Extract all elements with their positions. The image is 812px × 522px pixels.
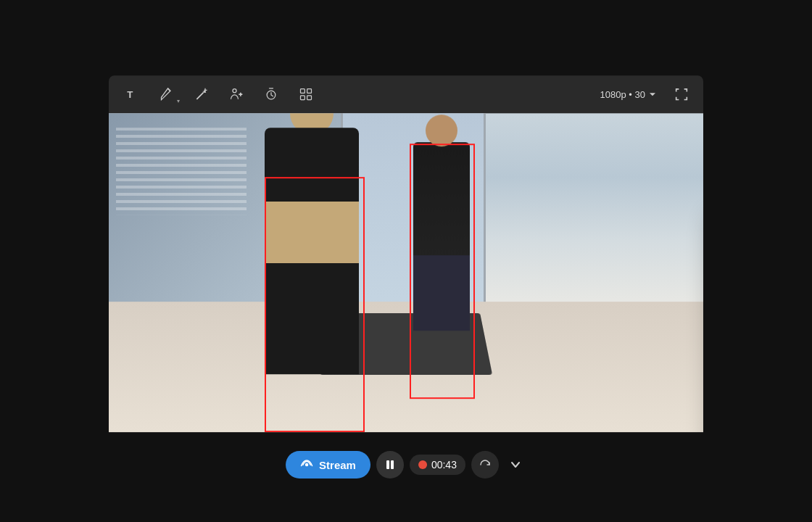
stream-button[interactable]: Stream (286, 451, 370, 478)
editor-area: T ▾ (109, 75, 703, 432)
quality-label: 1080p • 30 (600, 89, 645, 100)
person-2-figure (413, 142, 470, 331)
svg-rect-12 (307, 96, 312, 100)
chevron-down-icon (510, 460, 521, 470)
svg-point-14 (305, 463, 309, 467)
fullscreen-icon (674, 86, 689, 102)
record-dot (418, 460, 427, 469)
toolbar: T ▾ (109, 75, 703, 113)
text-tool-button[interactable]: T (120, 83, 144, 106)
window-blinds (116, 128, 246, 215)
bottom-controls: Stream 00:43 (286, 451, 526, 478)
quality-selector[interactable]: 1080p • 30 (594, 86, 663, 103)
pause-button[interactable] (376, 451, 404, 478)
svg-rect-10 (307, 89, 312, 94)
person-2-body (413, 142, 470, 331)
brush-tool-button[interactable]: ▾ (155, 83, 178, 106)
person-1-figure (265, 128, 359, 374)
fullscreen-button[interactable] (671, 84, 692, 104)
magic-tool-button[interactable] (190, 83, 213, 106)
person-tool-button[interactable] (225, 83, 248, 106)
timer-tool-button[interactable] (260, 83, 283, 106)
more-options-button[interactable] (505, 454, 526, 476)
record-indicator: 00:43 (410, 455, 465, 475)
person-1-body (265, 128, 359, 374)
svg-line-1 (196, 93, 203, 99)
record-time: 00:43 (431, 459, 457, 471)
refresh-icon (478, 458, 492, 471)
svg-rect-11 (301, 96, 305, 100)
toolbar-left: T ▾ (120, 83, 318, 106)
bottom-bar (0, 484, 812, 522)
svg-text:T: T (127, 89, 133, 100)
pause-icon (385, 460, 395, 470)
quality-chevron-icon (648, 90, 657, 99)
svg-point-5 (233, 89, 236, 93)
stream-wifi-icon (300, 458, 313, 471)
svg-rect-15 (386, 460, 389, 469)
svg-rect-16 (391, 460, 394, 469)
video-background (109, 113, 703, 432)
brush-dropdown-arrow: ▾ (177, 98, 180, 104)
grid-tool-button[interactable] (294, 83, 318, 106)
toolbar-right: 1080p • 30 (594, 84, 692, 104)
stream-label: Stream (319, 459, 356, 471)
main-container: T ▾ (0, 0, 812, 522)
svg-rect-9 (301, 89, 305, 94)
video-frame: MOTION DETECTION (109, 113, 703, 432)
refresh-button[interactable] (471, 451, 499, 478)
person-2-head (426, 115, 457, 146)
